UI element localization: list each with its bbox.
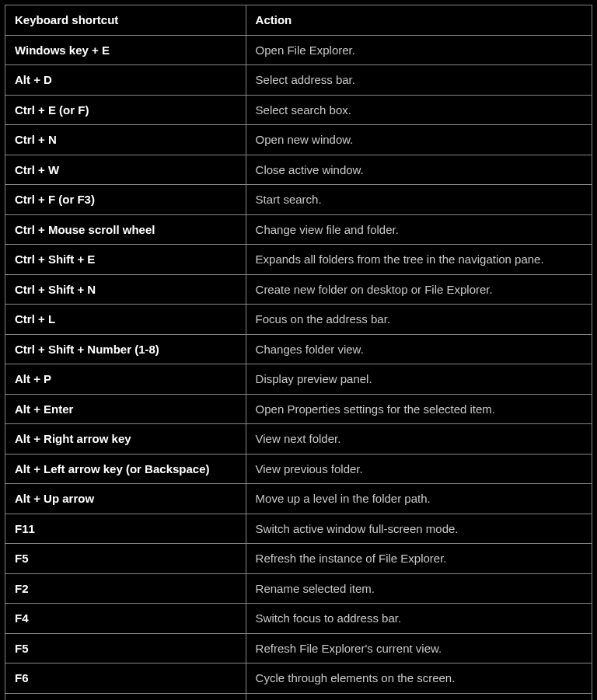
action-cell: Select address bar. — [246, 65, 592, 96]
table-row: F4Switch focus to address bar. — [5, 604, 592, 634]
shortcut-cell: Alt + P — [5, 364, 246, 395]
shortcut-cell: F5 — [5, 633, 246, 663]
table-row: F6Cycle through elements on the screen. — [5, 663, 592, 694]
shortcut-cell: Alt + D — [5, 65, 246, 96]
table-row: Windows key + EOpen File Explorer. — [5, 35, 592, 65]
table-row: F11Switch active window full-screen mode… — [5, 514, 592, 544]
table-row: Ctrl + NOpen new window. — [5, 125, 592, 155]
action-cell: Refresh the instance of File Explorer. — [246, 544, 592, 574]
action-cell: Switch focus to address bar. — [246, 604, 592, 634]
action-cell: View next folder. — [246, 424, 592, 454]
table-row: Alt + EnterOpen Properties settings for … — [5, 394, 592, 424]
shortcut-cell: F4 — [5, 604, 246, 634]
shortcut-cell: Ctrl + Shift + N — [5, 274, 246, 305]
action-cell: Close active window. — [246, 155, 592, 185]
table-row: F2Rename selected item. — [5, 573, 592, 604]
header-action: Action — [246, 5, 592, 36]
shortcut-cell: Ctrl + L — [5, 305, 246, 335]
shortcut-cell: F5 — [5, 544, 246, 574]
action-cell: Select search box. — [246, 95, 592, 125]
shortcut-cell: Windows key + E — [5, 35, 246, 65]
shortcut-cell: Alt + Enter — [5, 394, 246, 424]
table-row: Ctrl + Mouse scroll wheelChange view fil… — [5, 214, 592, 245]
table-row: F5Refresh File Explorer's current view. — [5, 633, 592, 663]
table-row: Alt + Left arrow key (or Backspace)View … — [5, 454, 592, 484]
action-cell: Open File Explorer. — [246, 35, 592, 65]
action-cell: Create new folder on desktop or File Exp… — [246, 274, 592, 305]
table-row: HomeScroll to top of the window. — [5, 693, 592, 700]
action-cell: Start search. — [246, 185, 592, 215]
action-cell: Open new window. — [246, 125, 592, 155]
action-cell: Expands all folders from the tree in the… — [246, 245, 592, 275]
table-row: Alt + Right arrow keyView next folder. — [5, 424, 592, 454]
action-cell: Scroll to top of the window. — [246, 693, 592, 700]
header-shortcut: Keyboard shortcut — [5, 5, 246, 36]
table-row: Ctrl + Shift + EExpands all folders from… — [5, 245, 592, 275]
action-cell: Switch active window full-screen mode. — [246, 514, 592, 544]
shortcut-cell: Alt + Left arrow key (or Backspace) — [5, 454, 246, 484]
shortcut-cell: F11 — [5, 514, 246, 544]
action-cell: Change view file and folder. — [246, 214, 592, 245]
shortcut-cell: Ctrl + Mouse scroll wheel — [5, 214, 246, 245]
table-row: Alt + Up arrowMove up a level in the fol… — [5, 484, 592, 514]
action-cell: Rename selected item. — [246, 573, 592, 604]
shortcuts-table: Keyboard shortcut Action Windows key + E… — [5, 5, 592, 700]
shortcut-cell: F6 — [5, 663, 246, 694]
shortcut-cell: Ctrl + Shift + Number (1-8) — [5, 334, 246, 364]
table-row: Alt + DSelect address bar. — [5, 65, 592, 96]
table-row: Ctrl + F (or F3)Start search. — [5, 185, 592, 215]
table-header-row: Keyboard shortcut Action — [5, 5, 592, 36]
action-cell: Changes folder view. — [246, 334, 592, 364]
action-cell: View previous folder. — [246, 454, 592, 484]
table-row: Ctrl + Shift + NCreate new folder on des… — [5, 274, 592, 305]
action-cell: Display preview panel. — [246, 364, 592, 395]
shortcut-cell: Ctrl + F (or F3) — [5, 185, 246, 215]
shortcut-cell: Alt + Right arrow key — [5, 424, 246, 454]
action-cell: Open Properties settings for the selecte… — [246, 394, 592, 424]
table-row: Ctrl + WClose active window. — [5, 155, 592, 185]
table-row: Ctrl + Shift + Number (1-8)Changes folde… — [5, 334, 592, 364]
table-row: Ctrl + E (or F)Select search box. — [5, 95, 592, 125]
action-cell: Refresh File Explorer's current view. — [246, 633, 592, 663]
table-row: Ctrl + LFocus on the address bar. — [5, 305, 592, 335]
shortcut-cell: Alt + Up arrow — [5, 484, 246, 514]
shortcut-cell: Ctrl + E (or F) — [5, 95, 246, 125]
action-cell: Cycle through elements on the screen. — [246, 663, 592, 694]
action-cell: Focus on the address bar. — [246, 305, 592, 335]
table-row: Alt + PDisplay preview panel. — [5, 364, 592, 395]
action-cell: Move up a level in the folder path. — [246, 484, 592, 514]
shortcut-cell: Ctrl + N — [5, 125, 246, 155]
table-row: F5Refresh the instance of File Explorer. — [5, 544, 592, 574]
shortcut-cell: Ctrl + Shift + E — [5, 245, 246, 275]
shortcut-cell: Ctrl + W — [5, 155, 246, 185]
shortcut-cell: Home — [5, 693, 246, 700]
shortcut-cell: F2 — [5, 573, 246, 604]
